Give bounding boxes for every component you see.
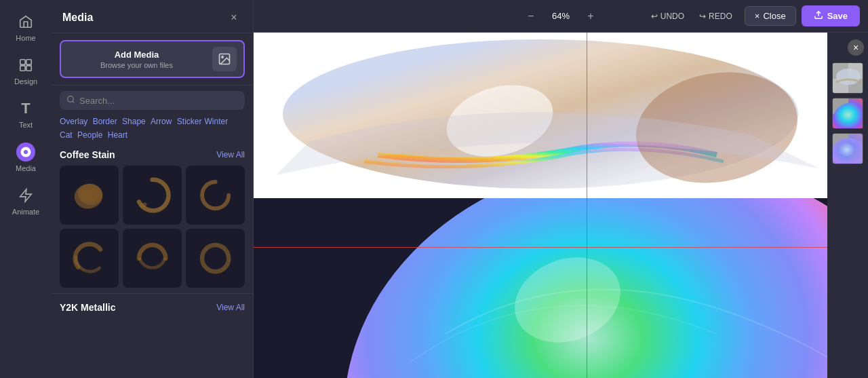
search-icon — [66, 95, 75, 106]
toolbar: − 64% + ↩ UNDO ↪ REDO × Close — [254, 0, 868, 33]
thumbnail-item-2[interactable] — [832, 98, 863, 129]
svg-marker-6 — [20, 189, 32, 202]
sticker-item[interactable] — [186, 166, 245, 225]
thumbnail-item-3[interactable] — [832, 133, 863, 164]
svg-point-27 — [836, 69, 861, 85]
sticker-item[interactable] — [186, 229, 245, 288]
holo-bottom-svg — [254, 198, 827, 378]
redo-icon: ↪ — [699, 12, 706, 21]
tag-sticker[interactable]: Sticker — [177, 117, 202, 129]
media-icon — [16, 143, 35, 162]
y2k-section: Y2K Metallic View All — [52, 297, 253, 324]
zoom-out-button[interactable]: − — [521, 7, 540, 26]
save-button[interactable]: Save — [802, 5, 860, 26]
close-editor-icon: × — [755, 11, 760, 21]
svg-line-10 — [73, 101, 74, 102]
redo-label: REDO — [709, 12, 732, 21]
sticker-item[interactable] — [60, 166, 119, 225]
panel-scroll: Coffee Stain View All — [52, 145, 253, 378]
sidebar-item-label: Media — [16, 164, 36, 172]
holo-bottom-image[interactable] — [254, 198, 827, 378]
close-thumbnail-button[interactable]: × — [848, 39, 864, 56]
text-icon: T — [16, 99, 35, 118]
toolbar-center: − 64% + — [521, 7, 600, 26]
undo-icon: ↩ — [651, 12, 658, 21]
search-box — [60, 91, 245, 110]
sidebar-item-text[interactable]: T Text — [5, 94, 46, 134]
sticker-item[interactable] — [123, 229, 182, 288]
add-media-button[interactable]: Add Media Browse your own files — [60, 40, 245, 78]
sidebar-item-label: Text — [19, 121, 33, 129]
tags-area: Overlay Border Shape Arrow Sticker Winte… — [52, 115, 253, 145]
close-editor-label: Close — [763, 11, 785, 21]
tag-shape[interactable]: Shape — [122, 117, 146, 129]
search-input[interactable] — [79, 96, 238, 106]
save-label: Save — [827, 11, 848, 21]
canvas-area[interactable]: × — [254, 33, 868, 378]
save-icon — [814, 10, 823, 22]
sidebar-item-label: Home — [16, 34, 35, 42]
tag-arrow[interactable]: Arrow — [151, 117, 172, 129]
panel-title: Media — [62, 12, 93, 24]
coffee-stain-view-all[interactable]: View All — [216, 150, 245, 159]
redo-button[interactable]: ↪ REDO — [692, 8, 739, 24]
section-divider — [52, 293, 253, 294]
coffee-stain-section: Coffee Stain View All — [52, 145, 253, 290]
add-media-section: Add Media Browse your own files — [52, 33, 253, 86]
coffee-stain-title: Coffee Stain — [60, 149, 115, 160]
close-editor-button[interactable]: × Close — [745, 6, 796, 26]
undo-button[interactable]: ↩ UNDO — [644, 8, 691, 24]
svg-rect-3 — [26, 66, 31, 71]
add-media-subtitle: Browse your own files — [68, 61, 205, 69]
canvas-wrapper: − 64% + ↩ UNDO ↪ REDO × Close — [254, 0, 868, 378]
nav-sidebar: Home Design T Text Media — [0, 0, 52, 378]
canvas-background[interactable] — [254, 33, 827, 378]
panel-header: Media × — [52, 0, 253, 33]
guide-horizontal — [254, 247, 827, 248]
search-area — [52, 86, 253, 115]
y2k-header: Y2K Metallic View All — [60, 302, 245, 313]
add-media-title: Add Media — [68, 50, 205, 60]
guide-vertical — [587, 33, 587, 378]
undo-redo-group: ↩ UNDO ↪ REDO — [644, 8, 739, 24]
tag-people[interactable]: People — [77, 130, 102, 140]
design-icon — [16, 56, 35, 75]
thumbnail-item-1[interactable] — [832, 62, 863, 94]
toolbar-right: ↩ UNDO ↪ REDO × Close — [644, 5, 860, 26]
panel-close-button[interactable]: × — [226, 10, 242, 26]
zoom-value: 64% — [546, 11, 576, 21]
home-icon — [16, 12, 35, 31]
upload-icon — [212, 47, 237, 71]
coffee-stain-grid — [60, 166, 245, 288]
svg-rect-0 — [20, 60, 25, 64]
sticker-item[interactable] — [123, 166, 182, 225]
right-thumbnails-panel: × — [827, 33, 868, 378]
svg-point-15 — [202, 245, 229, 271]
svg-rect-1 — [26, 60, 31, 64]
sidebar-item-media[interactable]: Media — [5, 137, 46, 178]
svg-rect-2 — [20, 66, 25, 71]
coffee-stain-header: Coffee Stain View All — [60, 149, 245, 160]
zoom-in-button[interactable]: + — [581, 7, 600, 26]
svg-point-8 — [222, 56, 224, 58]
tag-heart[interactable]: Heart — [108, 130, 127, 140]
sidebar-item-design[interactable]: Design — [5, 50, 46, 91]
sidebar-item-label: Design — [14, 77, 37, 86]
y2k-view-all[interactable]: View All — [216, 303, 245, 312]
tag-overlay[interactable]: Overlay — [60, 117, 87, 129]
tag-cat[interactable]: Cat — [60, 130, 73, 140]
svg-point-9 — [68, 96, 74, 102]
tag-border[interactable]: Border — [93, 117, 117, 129]
sidebar-item-animate[interactable]: Animate — [5, 181, 46, 221]
y2k-title: Y2K Metallic — [60, 302, 115, 313]
sticker-item[interactable] — [60, 229, 119, 288]
undo-label: UNDO — [660, 12, 684, 21]
tag-winter[interactable]: Winter — [204, 117, 228, 129]
svg-point-35 — [833, 138, 863, 164]
animate-icon — [16, 186, 35, 205]
media-panel: Media × Add Media Browse your own files — [52, 0, 254, 378]
svg-point-5 — [24, 150, 28, 154]
sidebar-item-label: Animate — [12, 208, 39, 216]
sidebar-item-home[interactable]: Home — [5, 7, 46, 48]
